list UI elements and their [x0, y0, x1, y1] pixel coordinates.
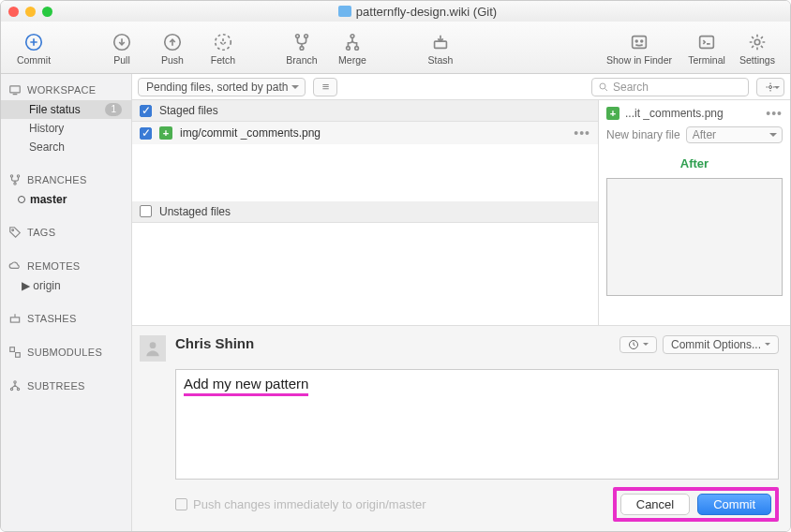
- plus-circle-icon: [22, 30, 46, 54]
- svg-point-39: [150, 342, 157, 348]
- commit-options-dropdown[interactable]: Commit Options...: [663, 335, 779, 354]
- push-immediately-label: Push changes immediately to origin/maste…: [193, 497, 426, 511]
- staged-checkbox[interactable]: ✓: [140, 105, 152, 117]
- file-filter-dropdown[interactable]: Pending files, sorted by path: [138, 78, 306, 96]
- view-mode-toggle[interactable]: ≡: [313, 78, 337, 96]
- sidebar-branch-master[interactable]: master: [1, 190, 131, 209]
- tag-icon: [8, 226, 22, 239]
- added-file-icon: +: [159, 126, 172, 140]
- window-maximize-button[interactable]: [42, 7, 52, 17]
- svg-rect-31: [10, 347, 15, 352]
- folder-icon: [338, 6, 351, 17]
- push-immediately-checkbox[interactable]: [175, 498, 187, 510]
- svg-point-9: [296, 34, 300, 37]
- commit-author: Chris Shinn: [175, 335, 254, 351]
- terminal-icon: [694, 30, 719, 54]
- history-dropdown[interactable]: [619, 336, 657, 353]
- svg-point-10: [305, 34, 308, 37]
- preview-filename: ...it _comments.png: [625, 107, 724, 120]
- window-title: patternfly-design.wiki (Git): [356, 5, 497, 19]
- window-close-button[interactable]: [8, 7, 19, 17]
- avatar: [140, 335, 166, 362]
- svg-rect-32: [16, 353, 21, 358]
- monitor-icon: [8, 83, 22, 96]
- gear-icon: [765, 81, 776, 93]
- stash-icon: [428, 30, 453, 54]
- sidebar-branches-header[interactable]: BRANCHES: [1, 170, 131, 190]
- sidebar-item-file-status[interactable]: File status 1: [1, 100, 131, 119]
- svg-rect-29: [10, 318, 19, 322]
- svg-point-28: [12, 229, 14, 231]
- sidebar-item-history[interactable]: History: [1, 119, 131, 138]
- sidebar-item-search[interactable]: Search: [1, 138, 131, 156]
- svg-point-35: [17, 388, 19, 390]
- cloud-icon: [8, 259, 22, 273]
- sidebar-tags-header[interactable]: TAGS: [1, 222, 131, 243]
- svg-point-25: [10, 175, 12, 177]
- svg-point-12: [347, 46, 351, 50]
- svg-point-13: [355, 46, 359, 50]
- branch-tool[interactable]: Branch: [276, 30, 327, 66]
- preview-thumbnail: [606, 178, 783, 296]
- filter-settings-button[interactable]: [756, 78, 784, 96]
- svg-point-7: [216, 34, 231, 50]
- pull-tool[interactable]: Pull: [97, 30, 147, 66]
- gear-icon: [745, 30, 769, 54]
- sidebar-remote-origin[interactable]: ▶ origin: [1, 276, 131, 295]
- download-icon: [110, 30, 134, 54]
- window-titlebar: patternfly-design.wiki (Git): [1, 1, 790, 22]
- upload-icon: [160, 30, 185, 54]
- refresh-icon: [211, 30, 235, 54]
- svg-point-22: [754, 39, 760, 45]
- svg-point-36: [600, 83, 605, 89]
- merge-tool[interactable]: Merge: [327, 30, 378, 66]
- file-checkbox[interactable]: ✓: [140, 127, 152, 140]
- window-minimize-button[interactable]: [25, 7, 36, 17]
- clock-icon: [628, 339, 639, 350]
- subtree-icon: [8, 379, 22, 392]
- finder-icon: [627, 30, 651, 54]
- preview-mode-select[interactable]: After: [686, 126, 783, 143]
- sidebar-remotes-header[interactable]: REMOTES: [1, 256, 131, 276]
- file-list: ✓ Staged files ✓ + img/commit _comments.…: [132, 100, 599, 325]
- sidebar-stashes-header[interactable]: STASHES: [1, 308, 131, 329]
- current-branch-icon: [18, 196, 25, 203]
- show-in-finder-tool[interactable]: Show in Finder: [597, 30, 681, 66]
- staged-files-header[interactable]: ✓ Staged files: [132, 100, 598, 122]
- terminal-tool[interactable]: Terminal: [681, 30, 732, 66]
- svg-rect-23: [10, 86, 21, 93]
- after-label: After: [606, 156, 783, 170]
- branch-icon: [290, 30, 314, 54]
- push-tool[interactable]: Push: [147, 30, 198, 66]
- filter-bar: Pending files, sorted by path ≡ Search: [132, 74, 790, 100]
- svg-point-11: [300, 46, 304, 50]
- file-actions-button[interactable]: •••: [574, 126, 590, 140]
- settings-tool[interactable]: Settings: [732, 30, 783, 66]
- commit-tool[interactable]: Commit: [8, 30, 59, 66]
- svg-point-19: [641, 40, 643, 42]
- annotation-highlight: Cancel Commit: [613, 487, 779, 522]
- svg-point-38: [769, 85, 772, 88]
- sidebar-workspace-header[interactable]: WORKSPACE: [1, 80, 131, 100]
- commit-message-input[interactable]: Add my new pattern: [175, 369, 779, 480]
- stash-icon: [8, 312, 22, 325]
- svg-point-27: [14, 183, 16, 185]
- preview-actions-button[interactable]: •••: [766, 106, 783, 121]
- merge-icon: [340, 30, 365, 54]
- unstaged-checkbox[interactable]: [140, 205, 152, 217]
- svg-rect-20: [700, 36, 714, 48]
- commit-area: Chris Shinn Commit Options... Add my new…: [132, 325, 790, 531]
- sidebar-subtrees-header[interactable]: SUBTREES: [1, 376, 131, 396]
- cancel-button[interactable]: Cancel: [620, 494, 690, 515]
- search-icon: [598, 81, 609, 93]
- stash-tool[interactable]: Stash: [415, 30, 466, 66]
- added-file-icon: +: [606, 107, 619, 120]
- file-status-badge: 1: [105, 103, 122, 116]
- fetch-tool[interactable]: Fetch: [198, 30, 248, 66]
- unstaged-files-header[interactable]: Unstaged files: [132, 201, 598, 223]
- sidebar-submodules-header[interactable]: SUBMODULES: [1, 342, 131, 362]
- search-input[interactable]: Search: [591, 78, 749, 96]
- branch-icon: [8, 173, 22, 186]
- staged-file-row[interactable]: ✓ + img/commit _comments.png •••: [132, 122, 598, 144]
- commit-button[interactable]: Commit: [697, 494, 771, 515]
